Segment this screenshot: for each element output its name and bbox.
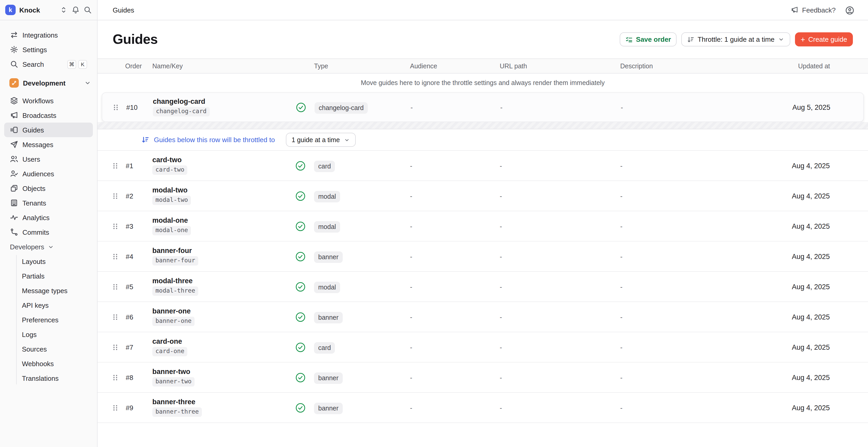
sidebar-item-commits[interactable]: Commits xyxy=(4,225,93,240)
development-env-icon xyxy=(9,78,19,88)
sidebar-item-label: Sources xyxy=(22,345,47,353)
guide-key: changelog-card xyxy=(153,107,210,117)
guide-description: - xyxy=(620,374,623,381)
development-nav: Workflows Broadcasts Guides xyxy=(0,93,97,240)
guide-url-path: - xyxy=(500,192,502,200)
sidebar-item-audiences[interactable]: Audiences xyxy=(4,166,93,181)
sidebar-item-webhooks[interactable]: Webhooks xyxy=(18,356,93,371)
table-row[interactable]: #2 modal-two modal-two modal - - - Aug 4… xyxy=(97,181,868,211)
sidebar-item-settings[interactable]: Settings xyxy=(4,42,93,57)
sidebar-item-integrations[interactable]: Integrations xyxy=(4,28,93,42)
guide-order: #7 xyxy=(126,343,133,351)
sidebar-item-users[interactable]: Users xyxy=(4,152,93,166)
table-row[interactable]: #10 changelog-card changelog-card change… xyxy=(102,93,863,122)
feedback-button[interactable]: Feedback? xyxy=(790,6,836,14)
sidebar-item-label: Partials xyxy=(22,272,44,280)
sidebar-item-objects[interactable]: Objects xyxy=(4,181,93,196)
sidebar-item-label: Messages xyxy=(23,140,54,149)
throttle-dropdown[interactable]: Throttle: 1 guide at a time xyxy=(682,32,790,46)
guide-key: card-two xyxy=(152,166,188,175)
table-header: Order Name/Key Type Audience URL path De… xyxy=(97,58,868,73)
guide-key: banner-three xyxy=(152,408,202,417)
table-row[interactable]: #4 banner-four banner-four banner - - - … xyxy=(97,242,868,272)
account-icon[interactable] xyxy=(845,6,854,14)
sidebar-item-label: Workflows xyxy=(23,97,54,104)
guide-name-key: card-two card-two xyxy=(152,156,188,175)
table-row[interactable]: #9 banner-three banner-three banner - - … xyxy=(97,393,868,423)
guide-url-path: - xyxy=(500,343,502,351)
guide-audience: - xyxy=(410,162,412,169)
table-row[interactable]: #5 modal-three modal-three modal - - - A… xyxy=(97,272,868,302)
search-icon[interactable] xyxy=(84,6,92,14)
notifications-bell-icon[interactable] xyxy=(71,6,80,14)
guide-audience: - xyxy=(410,404,412,412)
guide-name-key: changelog-card changelog-card xyxy=(153,98,210,116)
guide-url-path: - xyxy=(500,162,502,169)
chevron-down-icon xyxy=(48,243,54,250)
drag-handle[interactable] xyxy=(112,161,119,170)
workspace-selector-icon[interactable] xyxy=(59,6,68,14)
sidebar-item-tenants[interactable]: Tenants xyxy=(4,196,93,210)
sidebar-item-api-keys[interactable]: API keys xyxy=(18,298,93,313)
active-check-icon xyxy=(295,372,306,383)
sidebar-item-message-types[interactable]: Message types xyxy=(18,283,93,298)
drag-handle[interactable] xyxy=(112,103,120,111)
guide-audience: - xyxy=(410,283,412,290)
sidebar-item-preferences[interactable]: Preferences xyxy=(18,313,93,327)
drag-handle[interactable] xyxy=(112,192,119,200)
guide-description: - xyxy=(620,283,623,290)
create-guide-button[interactable]: + Create guide xyxy=(795,32,853,46)
developers-section-toggle[interactable]: Developers xyxy=(4,240,93,254)
guide-name: banner-four xyxy=(152,247,192,255)
table-row[interactable]: #1 card-two card-two card - - - Aug 4, 2… xyxy=(97,151,868,181)
sidebar-item-logs[interactable]: Logs xyxy=(18,327,93,342)
developers-label: Developers xyxy=(10,243,44,251)
guide-name-key: banner-one banner-one xyxy=(152,308,195,326)
sidebar-item-label: Preferences xyxy=(22,316,58,324)
guide-description: - xyxy=(620,313,623,321)
guide-audience: - xyxy=(410,374,412,381)
drag-handle[interactable] xyxy=(112,373,119,382)
table-row[interactable]: #7 card-one card-one card - - - Aug 4, 2… xyxy=(97,332,868,362)
column-type: Type xyxy=(314,62,328,70)
guide-order: #3 xyxy=(126,222,133,230)
drag-handle[interactable] xyxy=(112,282,119,291)
drag-handle[interactable] xyxy=(112,343,119,351)
guide-url-path: - xyxy=(500,404,502,412)
sidebar-item-broadcasts[interactable]: Broadcasts xyxy=(4,108,93,123)
sidebar-item-label: Guides xyxy=(23,126,44,134)
sidebar-item-analytics[interactable]: Analytics xyxy=(4,210,93,225)
throttle-count-select[interactable]: 1 guide at a time xyxy=(286,133,356,147)
sidebar-item-translations[interactable]: Translations xyxy=(18,371,93,385)
guide-description: - xyxy=(621,103,623,111)
drag-handle[interactable] xyxy=(112,252,119,260)
table-row[interactable]: #3 modal-one modal-one modal - - - Aug 4… xyxy=(97,211,868,242)
save-order-button[interactable]: Save order xyxy=(620,32,677,46)
guide-type-badge: banner xyxy=(314,373,343,382)
drag-handle[interactable] xyxy=(112,313,119,321)
sidebar-item-workflows[interactable]: Workflows xyxy=(4,93,93,108)
sidebar-item-messages[interactable]: Messages xyxy=(4,137,93,152)
sidebar-item-search[interactable]: Search ⌘ K xyxy=(4,57,93,71)
analytics-icon xyxy=(10,213,18,222)
table-row[interactable]: #8 banner-two banner-two banner - - - Au… xyxy=(97,362,868,393)
objects-icon xyxy=(10,184,18,192)
guide-rows: #1 card-two card-two card - - - Aug 4, 2… xyxy=(97,151,868,423)
drag-handle[interactable] xyxy=(112,404,119,412)
guide-key: modal-one xyxy=(152,226,191,235)
guide-name: changelog-card xyxy=(153,98,205,106)
column-description: Description xyxy=(620,62,653,70)
drag-handle[interactable] xyxy=(112,222,119,230)
guide-name: modal-two xyxy=(152,187,188,194)
environment-switcher-development[interactable]: Development xyxy=(4,76,93,90)
environment-label: Development xyxy=(23,79,65,87)
sidebar-item-sources[interactable]: Sources xyxy=(18,342,93,356)
column-updated-at: Updated at xyxy=(798,62,830,70)
page-title: Guides xyxy=(113,31,158,47)
sidebar-item-layouts[interactable]: Layouts xyxy=(18,254,93,268)
sidebar-item-partials[interactable]: Partials xyxy=(18,268,93,283)
workspace-switcher[interactable]: k Knock xyxy=(0,0,97,20)
sidebar-item-guides[interactable]: Guides xyxy=(4,123,93,137)
chevron-down-icon xyxy=(778,36,784,43)
table-row[interactable]: #6 banner-one banner-one banner - - - Au… xyxy=(97,302,868,332)
